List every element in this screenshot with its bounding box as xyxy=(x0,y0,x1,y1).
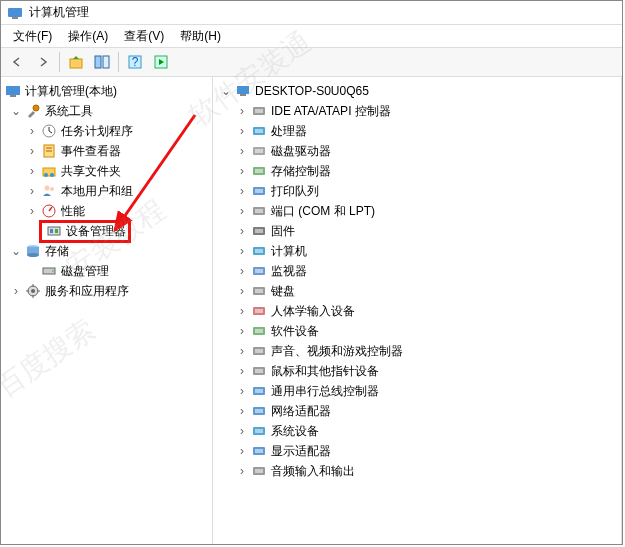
device-category[interactable]: ›显示适配器 xyxy=(213,441,621,461)
forward-button[interactable] xyxy=(31,50,55,74)
expander-icon[interactable]: › xyxy=(25,144,39,158)
tree-label: 鼠标和其他指针设备 xyxy=(271,363,379,380)
svg-rect-34 xyxy=(255,109,263,113)
svg-rect-4 xyxy=(103,56,109,68)
svg-point-26 xyxy=(27,253,39,257)
tree-label: 键盘 xyxy=(271,283,295,300)
expander-icon[interactable]: › xyxy=(235,424,249,438)
expander-icon[interactable]: ⌄ xyxy=(9,104,23,118)
expander-icon[interactable]: › xyxy=(25,124,39,138)
expander-icon[interactable]: › xyxy=(235,304,249,318)
tree-performance[interactable]: › 性能 xyxy=(1,201,212,221)
event-icon xyxy=(41,143,57,159)
device-category[interactable]: ›监视器 xyxy=(213,261,621,281)
expander-icon[interactable]: › xyxy=(235,284,249,298)
expander-icon[interactable]: › xyxy=(235,404,249,418)
expander-icon[interactable]: › xyxy=(235,464,249,478)
device-icon xyxy=(251,283,267,299)
computer-icon xyxy=(235,83,251,99)
device-category[interactable]: ›键盘 xyxy=(213,281,621,301)
tree-disk-management[interactable]: 磁盘管理 xyxy=(1,261,212,281)
device-icon xyxy=(251,423,267,439)
expander-icon[interactable]: › xyxy=(25,184,39,198)
expander-icon[interactable]: › xyxy=(235,264,249,278)
tree-shared-folders[interactable]: › 共享文件夹 xyxy=(1,161,212,181)
device-tree-root[interactable]: ⌄ DESKTOP-S0U0Q65 xyxy=(213,81,621,101)
svg-rect-44 xyxy=(255,209,263,213)
expander-icon[interactable]: › xyxy=(235,224,249,238)
device-icon xyxy=(251,363,267,379)
device-category[interactable]: ›鼠标和其他指针设备 xyxy=(213,361,621,381)
device-category[interactable]: ›通用串行总线控制器 xyxy=(213,381,621,401)
tree-label: 声音、视频和游戏控制器 xyxy=(271,343,403,360)
expander-icon[interactable]: › xyxy=(235,144,249,158)
tree-label: 存储 xyxy=(45,243,69,260)
expander-icon[interactable]: › xyxy=(9,284,23,298)
device-category[interactable]: ›音频输入和输出 xyxy=(213,461,621,481)
device-icon xyxy=(251,103,267,119)
expander-icon[interactable]: › xyxy=(25,204,39,218)
expander-icon[interactable]: ⌄ xyxy=(219,84,233,98)
expander-icon[interactable]: › xyxy=(235,204,249,218)
device-category[interactable]: ›网络适配器 xyxy=(213,401,621,421)
device-category[interactable]: ›人体学输入设备 xyxy=(213,301,621,321)
expander-icon[interactable]: › xyxy=(25,164,39,178)
menu-action[interactable]: 操作(A) xyxy=(60,26,116,47)
expander-icon[interactable]: › xyxy=(235,244,249,258)
device-icon xyxy=(251,223,267,239)
tree-label: 打印队列 xyxy=(271,183,319,200)
tree-system-tools[interactable]: ⌄ 系统工具 xyxy=(1,101,212,121)
device-icon xyxy=(251,203,267,219)
tree-device-manager[interactable]: 设备管理器 xyxy=(1,221,212,241)
tree-event-viewer[interactable]: › 事件查看器 xyxy=(1,141,212,161)
tree-label: 存储控制器 xyxy=(271,163,331,180)
expander-icon[interactable]: ⌄ xyxy=(9,244,23,258)
back-button[interactable] xyxy=(5,50,29,74)
device-category[interactable]: ›软件设备 xyxy=(213,321,621,341)
device-icon xyxy=(251,123,267,139)
expander-icon[interactable]: › xyxy=(235,124,249,138)
expander-icon[interactable]: › xyxy=(235,184,249,198)
expander-icon[interactable]: › xyxy=(235,384,249,398)
help-button[interactable]: ? xyxy=(123,50,147,74)
device-icon xyxy=(251,183,267,199)
menu-help[interactable]: 帮助(H) xyxy=(172,26,229,47)
tree-label: 固件 xyxy=(271,223,295,240)
expander-icon[interactable]: › xyxy=(235,324,249,338)
menu-file[interactable]: 文件(F) xyxy=(5,26,60,47)
svg-rect-54 xyxy=(255,309,263,313)
tree-task-scheduler[interactable]: › 任务计划程序 xyxy=(1,121,212,141)
svg-point-16 xyxy=(44,173,48,177)
menu-view[interactable]: 查看(V) xyxy=(116,26,172,47)
device-category[interactable]: ›固件 xyxy=(213,221,621,241)
device-category[interactable]: ›计算机 xyxy=(213,241,621,261)
device-category[interactable]: ›系统设备 xyxy=(213,421,621,441)
tree-services-apps[interactable]: › 服务和应用程序 xyxy=(1,281,212,301)
expander-icon[interactable]: › xyxy=(235,104,249,118)
svg-rect-32 xyxy=(240,94,246,96)
action-button[interactable] xyxy=(149,50,173,74)
device-category[interactable]: ›磁盘驱动器 xyxy=(213,141,621,161)
device-category[interactable]: ›打印队列 xyxy=(213,181,621,201)
tree-label: 事件查看器 xyxy=(61,143,121,160)
device-category[interactable]: ›IDE ATA/ATAPI 控制器 xyxy=(213,101,621,121)
expander-icon[interactable]: › xyxy=(235,364,249,378)
tree-storage[interactable]: ⌄ 存储 xyxy=(1,241,212,261)
device-category[interactable]: ›端口 (COM 和 LPT) xyxy=(213,201,621,221)
app-icon xyxy=(7,5,23,21)
expander-icon[interactable]: › xyxy=(235,444,249,458)
expander-icon[interactable]: › xyxy=(235,344,249,358)
tree-local-users[interactable]: › 本地用户和组 xyxy=(1,181,212,201)
show-hide-button[interactable] xyxy=(90,50,114,74)
up-button[interactable] xyxy=(64,50,88,74)
svg-rect-23 xyxy=(55,229,58,233)
titlebar: 计算机管理 xyxy=(1,1,622,25)
device-category[interactable]: ›处理器 xyxy=(213,121,621,141)
tree-root[interactable]: 计算机管理(本地) xyxy=(1,81,212,101)
device-category[interactable]: ›声音、视频和游戏控制器 xyxy=(213,341,621,361)
expander-icon[interactable]: › xyxy=(235,164,249,178)
svg-rect-42 xyxy=(255,189,263,193)
svg-rect-36 xyxy=(255,129,263,133)
tree-label: 端口 (COM 和 LPT) xyxy=(271,203,375,220)
device-category[interactable]: ›存储控制器 xyxy=(213,161,621,181)
